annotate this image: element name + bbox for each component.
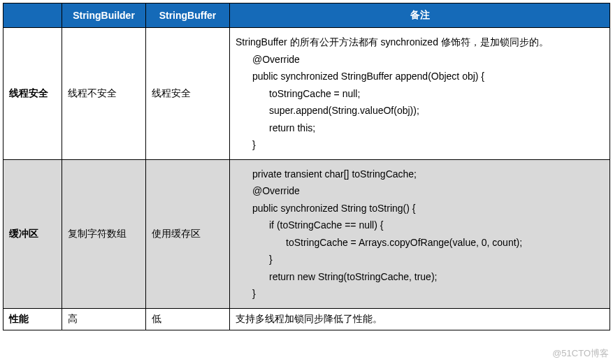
header-stringbuilder: StringBuilder xyxy=(62,3,146,28)
code-line: @Override xyxy=(236,51,604,68)
code-line: toStringCache = Arrays.copyOfRange(value… xyxy=(236,234,604,252)
table-row: 缓冲区 复制字符数组 使用缓存区 private transient char[… xyxy=(3,159,610,308)
code-line: public synchronized String toString() { xyxy=(236,200,604,217)
code-line: private transient char[] toStringCache; xyxy=(236,166,604,183)
code-line: return new String(toStringCache, true); xyxy=(236,268,604,286)
row-label: 性能 xyxy=(3,308,62,330)
comparison-table: StringBuilder StringBuffer 备注 线程安全 线程不安全… xyxy=(3,3,610,330)
header-blank xyxy=(3,3,62,28)
cell-builder: 高 xyxy=(62,308,146,330)
cell-note: private transient char[] toStringCache; … xyxy=(230,159,610,308)
cell-buffer: 低 xyxy=(146,308,230,330)
code-line: public synchronized StringBuffer append(… xyxy=(236,68,604,85)
code-line: } xyxy=(236,136,604,154)
code-line: } xyxy=(236,285,604,303)
cell-note: StringBuffer 的所有公开方法都有 synchronized 修饰符，… xyxy=(230,28,610,160)
table-row: 性能 高 低 支持多线程加锁同步降低了性能。 xyxy=(3,308,610,330)
code-line: @Override xyxy=(236,182,604,200)
row-label: 缓冲区 xyxy=(3,159,62,308)
header-row: StringBuilder StringBuffer 备注 xyxy=(3,3,610,28)
code-line: return this; xyxy=(236,119,604,137)
row-label: 线程安全 xyxy=(3,28,62,160)
cell-builder: 复制字符数组 xyxy=(62,159,146,308)
cell-note: 支持多线程加锁同步降低了性能。 xyxy=(230,308,610,330)
code-line: if (toStringCache == null) { xyxy=(236,217,604,234)
header-notes: 备注 xyxy=(230,3,610,28)
note-intro: StringBuffer 的所有公开方法都有 synchronized 修饰符，… xyxy=(236,34,604,51)
cell-buffer: 使用缓存区 xyxy=(146,159,230,308)
code-line: } xyxy=(236,251,604,268)
cell-buffer: 线程安全 xyxy=(146,28,230,160)
table-row: 线程安全 线程不安全 线程安全 StringBuffer 的所有公开方法都有 s… xyxy=(3,28,610,160)
cell-builder: 线程不安全 xyxy=(62,28,146,160)
code-line: toStringCache = null; xyxy=(236,85,604,103)
header-stringbuffer: StringBuffer xyxy=(146,3,230,28)
code-line: super.append(String.valueOf(obj)); xyxy=(236,102,604,119)
